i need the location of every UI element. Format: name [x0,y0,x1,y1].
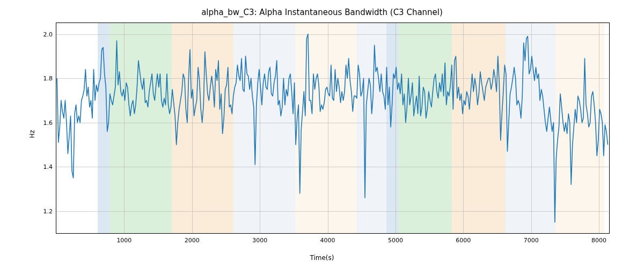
y-axis-label: Hz [28,130,36,138]
x-tick-label: 8000 [591,237,606,244]
line-series [56,23,609,233]
y-tick-label: 1.6 [31,119,53,126]
x-tick-label: 4000 [320,237,335,244]
y-tick-label: 2.0 [31,31,53,38]
series-polyline [57,34,608,222]
plot-area [56,23,610,234]
chart-figure: alpha_bw_C3: Alpha Instantaneous Bandwid… [0,0,644,268]
x-tick-label: 2000 [185,237,200,244]
x-tick-label: 6000 [456,237,471,244]
y-tick-label: 1.8 [31,75,53,82]
x-tick-label: 3000 [252,237,267,244]
chart-title: alpha_bw_C3: Alpha Instantaneous Bandwid… [0,8,644,17]
x-tick-label: 1000 [116,237,131,244]
x-tick-label: 5000 [388,237,403,244]
x-axis-label: Time(s) [0,254,644,262]
y-tick-label: 1.4 [31,163,53,170]
x-tick-label: 7000 [524,237,539,244]
y-tick-label: 1.2 [31,207,53,214]
